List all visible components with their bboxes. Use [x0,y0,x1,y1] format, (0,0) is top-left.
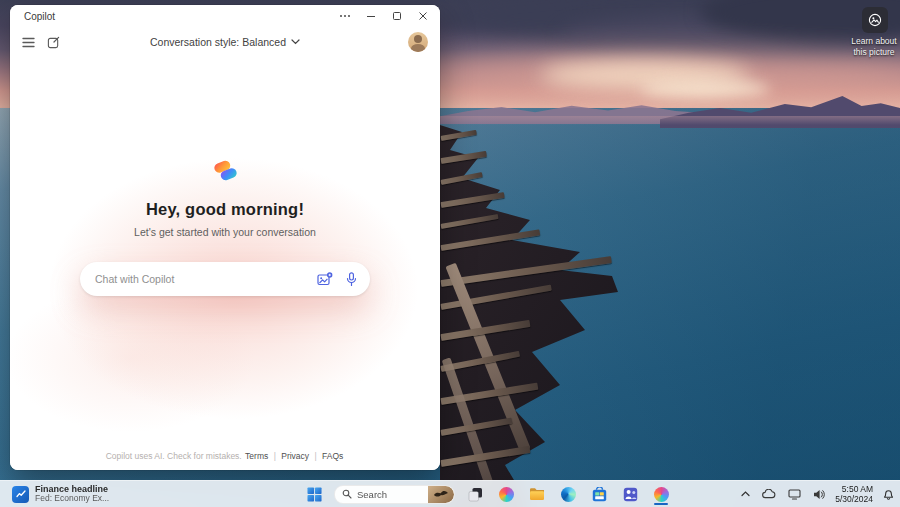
search-box[interactable]: Search [334,485,455,504]
copilot-swirl-icon [654,487,669,502]
learn-about-picture-label: Learn about this picture [846,36,900,57]
new-chat-button[interactable] [47,36,60,49]
add-image-icon[interactable] [317,272,333,286]
chat-input[interactable] [93,272,317,286]
windows-logo-icon [307,487,322,502]
minimize-button[interactable] [358,6,384,26]
ellipsis-icon [339,14,351,18]
landscape-photo-icon [868,13,882,27]
search-placeholder: Search [357,489,428,500]
network-tray-button[interactable] [786,483,803,505]
faqs-link[interactable]: FAQs [322,451,343,461]
horizon-haze [440,116,900,125]
speaker-icon [813,489,825,500]
notifications-button[interactable] [881,483,896,505]
chevron-up-icon [741,491,750,497]
sunlit-cloud [640,80,770,98]
privacy-link[interactable]: Privacy [281,451,309,461]
copilot-footer: Copilot uses AI. Check for mistakes. Ter… [10,451,440,461]
ai-disclaimer: Copilot uses AI. Check for mistakes. [106,451,242,461]
microsoft-store-button[interactable] [588,483,610,505]
maximize-button[interactable] [384,6,410,26]
store-icon [592,487,607,502]
menu-button[interactable] [22,37,35,48]
search-icon [342,489,352,499]
copilot-taskbar-button[interactable] [495,483,517,505]
compose-icon [47,36,60,49]
task-view-button[interactable] [464,483,486,505]
volume-tray-button[interactable] [811,483,827,505]
search-daily-image [428,486,454,503]
copilot-active-app-button[interactable] [650,483,672,505]
window-title: Copilot [24,11,332,22]
widgets-button[interactable]: Finance headline Fed: Economy Ex... [8,483,113,505]
copilot-window: Copilot [10,5,440,470]
start-button[interactable] [303,483,325,505]
tray-date: 5/30/2024 [835,494,873,504]
close-icon [418,11,428,21]
window-titlebar: Copilot [10,5,440,27]
copilot-swirl-icon [499,487,514,502]
edge-browser-button[interactable] [557,483,579,505]
cloud-icon [762,489,776,499]
chevron-down-icon[interactable] [291,39,300,45]
learn-about-picture-button[interactable] [862,7,888,33]
close-button[interactable] [410,6,436,26]
microphone-icon[interactable] [346,272,357,287]
more-options-button[interactable] [332,6,358,26]
clock[interactable]: 5:50 AM 5/30/2024 [835,484,873,504]
tray-time: 5:50 AM [842,484,873,494]
teams-icon [623,487,638,502]
profile-avatar[interactable] [408,32,428,52]
conversation-style-selector[interactable]: Conversation style: Balanced [150,36,286,48]
bell-icon [883,488,894,500]
minimize-icon [366,11,376,21]
widget-subheadline: Fed: Economy Ex... [35,494,109,504]
task-view-icon [468,487,483,502]
greeting-subtitle: Let's get started with your conversation [10,226,440,238]
hamburger-icon [22,37,35,48]
news-widget-icon [12,486,29,503]
copilot-toolbar: Conversation style: Balanced [10,27,440,57]
copilot-logo [212,157,239,184]
network-icon [788,489,801,500]
onedrive-tray-button[interactable] [760,483,778,505]
maximize-icon [392,11,402,21]
copilot-welcome: Hey, good morning! Let's get started wit… [10,157,440,238]
chat-input-pill [80,262,370,296]
folder-icon [529,487,545,501]
active-app-indicator [654,503,668,506]
tray-overflow-button[interactable] [739,483,752,505]
terms-link[interactable]: Terms [245,451,268,461]
edge-icon [561,487,576,502]
file-explorer-button[interactable] [526,483,548,505]
footer-separator: | [274,451,276,461]
greeting-headline: Hey, good morning! [10,200,440,219]
taskbar: Finance headline Fed: Economy Ex... Sear… [0,480,900,507]
footer-separator: | [314,451,316,461]
teams-button[interactable] [619,483,641,505]
